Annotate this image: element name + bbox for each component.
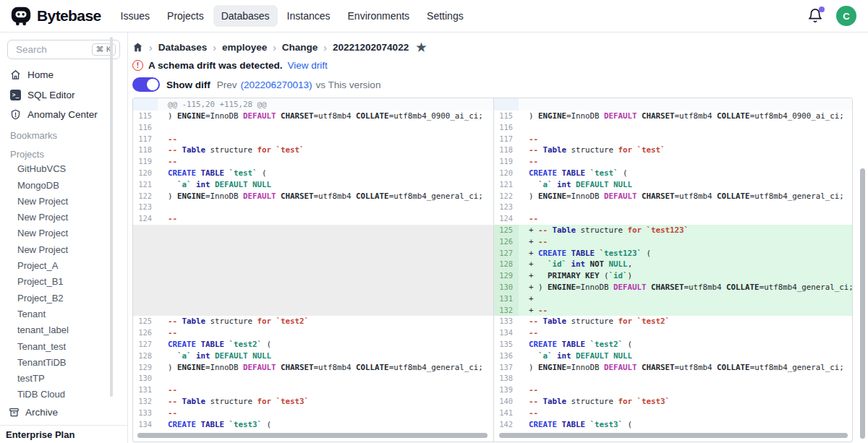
code-token: ENGINE [538,192,566,201]
sidebar-item-project-tenant-test[interactable]: Tenant_test [0,339,127,355]
code-token: -- [168,134,177,144]
diff-toolbar: Show diff Prev (202206270013) vs This ve… [132,77,868,92]
code-token: CREATE [168,420,196,429]
code-token: ) [628,271,633,280]
sidebar-item-project-tenant[interactable]: Tenant [0,306,127,322]
bookmark-star-icon[interactable]: ★ [416,42,426,53]
breadcrumb-items: ›Databases›employee›Change›2022120207402… [149,42,409,53]
sidebar-item-project-mongodb[interactable]: MongoDB [0,178,127,194]
code-line [519,122,852,134]
code-token: int [196,180,210,189]
horizontal-scrollbar-right[interactable] [499,433,848,438]
breadcrumb-item-databases[interactable]: Databases [158,42,208,53]
breadcrumb-item-change[interactable]: Change [282,42,318,53]
code-token: + [529,294,534,304]
sidebar-item-project-testtp[interactable]: testTP [0,371,127,387]
breadcrumb-home-icon[interactable] [132,42,143,53]
code-token: =InnoDB [566,111,604,121]
code-token: ( [262,340,271,349]
sidebar-item-project-project-b2[interactable]: Project_B2 [0,291,127,306]
nav-item-databases[interactable]: Databases [213,5,278,27]
code-token: DEFAULT [215,180,248,189]
breadcrumb-item-employee[interactable]: employee [222,42,267,53]
code-line: + ) ENGINE=InnoDB DEFAULT CHARSET=utf8mb… [519,282,852,293]
nav-item-issues[interactable]: Issues [113,5,158,27]
code-token: =utf8mb4 [314,192,357,201]
sidebar-item-project-project-a[interactable]: Project_A [0,258,127,274]
diff-line: 139-- [494,384,852,396]
line-number: 130 [133,373,158,384]
code-token: structure [566,145,618,155]
line-number: 117 [133,134,158,145]
code-token: Table [182,317,206,326]
code-line [158,202,493,213]
code-token: ( [600,271,609,280]
nav-item-instances[interactable]: Instances [279,5,339,27]
breadcrumb-separator: › [149,42,153,53]
code-line: -- [519,384,852,396]
bytebase-logo[interactable]: Bytebase [10,5,101,27]
code-token: -- [529,214,538,223]
code-token: =utf8mb4_general_ci; [750,363,844,372]
code-token: for [618,397,633,406]
code-token: structure [205,397,258,406]
sidebar-item-project-tenant-label[interactable]: tenant_label [0,322,127,338]
diff-line: 130+ ) ENGINE=InnoDB DEFAULT CHARSET=utf… [494,282,852,293]
line-number: 120 [133,168,158,179]
code-token: structure [566,397,618,406]
main-nav: IssuesProjectsDatabasesInstancesEnvironm… [113,5,472,27]
diff-line: 135CREATE TABLE `test2` ( [494,339,852,350]
code-line: `a` int DEFAULT NULL [158,179,493,191]
nav-item-environments[interactable]: Environments [340,5,418,27]
code-token: int [557,180,571,189]
sidebar-item-project-new-project[interactable]: New Project [0,194,127,210]
code-token: -- [168,385,177,395]
code-token: Table [543,397,567,406]
code-token: COLLATE [717,192,750,201]
diff-pane-right[interactable]: 115) ENGINE=InnoDB DEFAULT CHARSET=utf8m… [493,98,852,442]
notification-bell-icon[interactable] [807,8,823,24]
diff-line: 122) ENGINE=InnoDB DEFAULT CHARSET=utf8m… [133,191,493,202]
sidebar-item-sql-editor[interactable]: >_ SQL Editor [0,85,127,105]
code-token: CREATE [529,340,557,349]
search-input[interactable] [14,43,71,56]
sidebar-item-project-new-project[interactable]: New Project [0,210,127,225]
sidebar-item-home[interactable]: Home [0,65,127,85]
sidebar-item-anomaly-center[interactable]: Anomaly Center [0,105,127,124]
horizontal-scrollbar-left[interactable] [137,433,488,438]
sidebar-item-project-githubvcs[interactable]: GitHubVCS [0,161,127,177]
code-token: ) [168,363,177,372]
breadcrumb-item-20221202074022[interactable]: 20221202074022 [333,42,409,53]
nav-item-projects[interactable]: Projects [159,5,212,27]
view-drift-link[interactable]: View drift [288,60,328,71]
sidebar-item-project-new-project[interactable]: New Project [0,225,127,241]
sidebar-item-archive[interactable]: Archive [0,403,127,421]
code-token: `a` [538,180,553,189]
diff-line: 120CREATE TABLE `test` ( [494,168,852,179]
prev-version-link[interactable]: (202206270013) [241,79,312,90]
sidebar-item-project-tidb-cloud[interactable]: TiDB Cloud [0,387,127,403]
diff-pane-left[interactable]: @@ -115,20 +115,28 @@115) ENGINE=InnoDB … [133,98,493,442]
sidebar-item-project-new-project[interactable]: New Project [0,242,127,258]
code-line: `a` int DEFAULT NULL [158,350,493,362]
code-token: ENGINE [177,192,205,201]
sidebar-item-project-project-b1[interactable]: Project_B1 [0,274,127,290]
code-line: ) ENGINE=InnoDB DEFAULT CHARSET=utf8mb4 … [158,191,493,202]
page-scrollbar[interactable] [860,168,865,439]
code-line: -- [519,213,852,225]
search-box[interactable]: ⌘ K [7,40,120,59]
show-diff-toggle[interactable] [132,77,160,92]
line-number: 115 [494,111,519,122]
diff-line: 128+ `id` int NOT NULL, [494,259,852,270]
nav-item-settings[interactable]: Settings [419,5,472,27]
line-number: 129 [494,270,519,282]
avatar[interactable]: C [836,6,856,26]
code-token: `test2` [229,340,263,349]
code-line: CREATE TABLE `test` ( [158,168,493,179]
sidebar-scrollbar[interactable] [110,37,113,397]
code-token: CHARSET [281,192,314,201]
sidebar-item-project-tenanttidb[interactable]: TenantTiDB [0,355,127,371]
code-token: DEFAULT [604,111,637,121]
line-number: 128 [494,259,519,270]
code-line: `a` int DEFAULT NULL [519,350,852,362]
